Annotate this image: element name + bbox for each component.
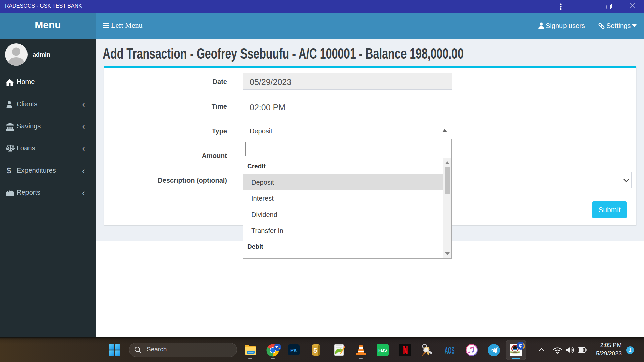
svg-text:FBS: FBS (378, 348, 387, 353)
svg-text:Ps: Ps (290, 347, 297, 353)
svg-text:5: 5 (313, 347, 317, 354)
